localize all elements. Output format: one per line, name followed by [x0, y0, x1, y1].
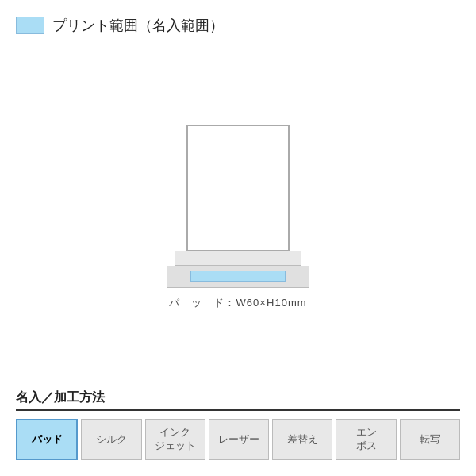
stand-top — [175, 251, 301, 266]
main-container: プリント範囲（名入範囲） パ ッ ド：W60×H10mm 名入／加工方法 パッド… — [0, 0, 476, 476]
stand-body — [167, 266, 309, 288]
method-btn-pad[interactable]: パッド — [16, 419, 78, 460]
method-row: パッドシルクインクジェットレーザー差替えエンボス転写 — [16, 419, 460, 460]
method-btn-transfer[interactable]: 転写 — [400, 419, 460, 460]
print-area — [190, 271, 286, 282]
dimension-label: パ ッ ド：W60×H10mm — [169, 296, 306, 310]
method-btn-replace[interactable]: 差替え — [272, 419, 332, 460]
method-btn-inkjet[interactable]: インクジェット — [145, 419, 205, 460]
method-btn-laser[interactable]: レーザー — [209, 419, 269, 460]
legend-color-box — [16, 17, 44, 34]
card-frame — [186, 125, 290, 251]
section-title: 名入／加工方法 — [16, 390, 460, 411]
method-btn-emboss[interactable]: エンボス — [336, 419, 396, 460]
method-btn-silk[interactable]: シルク — [81, 419, 141, 460]
legend-label: プリント範囲（名入範囲） — [52, 16, 224, 35]
product-wrapper — [167, 125, 309, 288]
product-illustration: パ ッ ド：W60×H10mm — [16, 51, 460, 383]
legend-row: プリント範囲（名入範囲） — [16, 16, 460, 35]
